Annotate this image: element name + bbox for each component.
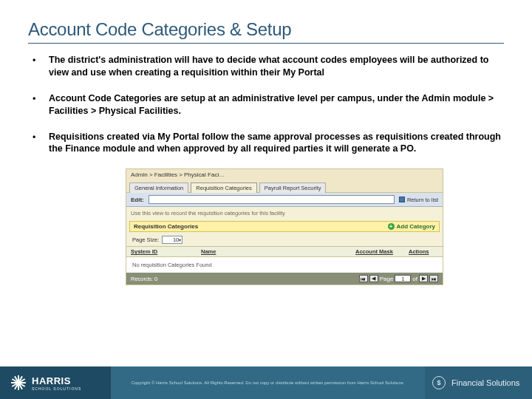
title-rule: [28, 43, 504, 44]
table-empty-row: No requisition Categories Found: [126, 257, 443, 273]
footer-copyright: Copyright © Harris School Solutions. All…: [111, 366, 425, 399]
category-header-label: Requisition Categories: [134, 223, 198, 230]
slide-title: Account Code Categories & Setup: [0, 0, 532, 43]
page-size-row: Page Size: 10: [126, 233, 443, 246]
page-size-select[interactable]: 10: [162, 236, 183, 244]
hint-text: Use this view to record the requisition …: [126, 207, 443, 219]
footer-logo-block: HARRIS SCHOOL SOLUTIONS: [0, 366, 111, 399]
records-count: Records: 0: [131, 276, 356, 282]
tab-requisition-categories[interactable]: Requisition Categories: [191, 183, 256, 193]
return-icon: [399, 197, 405, 202]
app-panel: Admin > Facilities > Physical Faci… Gene…: [126, 168, 443, 285]
edit-label: Edit:: [131, 197, 144, 203]
bullet-item: • Account Code Categories are setup at a…: [33, 92, 507, 117]
pager-next-button[interactable]: ▶: [419, 275, 428, 282]
return-to-list-link[interactable]: Return to list: [399, 197, 438, 203]
tab-general-information[interactable]: General Information: [129, 183, 188, 193]
pager-page-label: Page: [380, 276, 394, 282]
tab-payroll-report-security[interactable]: Payroll Report Security: [259, 183, 327, 193]
footer-logo-text-wrap: HARRIS SCHOOL SOLUTIONS: [32, 375, 81, 391]
table-header: System ID Name Account Mask Actions: [126, 246, 443, 257]
col-actions: Actions: [409, 248, 438, 255]
category-header-bar: Requisition Categories + Add Category: [129, 221, 440, 232]
page-size-label: Page Size:: [132, 236, 159, 243]
slide-root: Account Code Categories & Setup • The di…: [0, 0, 532, 399]
pager-prev-button[interactable]: ◀: [369, 275, 378, 282]
pager-last-button[interactable]: ⏭: [429, 275, 438, 282]
footer-brand: HARRIS: [32, 375, 81, 386]
col-account-mask[interactable]: Account Mask: [355, 248, 409, 255]
footer-product-block: $ Financial Solutions: [425, 366, 532, 399]
bullet-list: • The district's administration will hav…: [0, 54, 532, 168]
pager: ⏮ ◀ Page 1 of ▶ ⏭: [359, 275, 438, 282]
edit-input[interactable]: [149, 195, 395, 204]
plus-icon: +: [388, 223, 395, 230]
bullet-dot: •: [33, 92, 49, 106]
bullet-item: • The district's administration will hav…: [33, 54, 507, 79]
pager-of-label: of: [412, 276, 417, 282]
harris-burst-icon: [10, 375, 27, 391]
return-label: Return to list: [407, 197, 438, 203]
bullet-item: • Requisitions created via My Portal fol…: [33, 131, 507, 156]
add-category-label: Add Category: [397, 223, 435, 230]
col-system-id[interactable]: System ID: [131, 248, 201, 255]
dollar-coin-icon: $: [432, 376, 446, 389]
table-footer: Records: 0 ⏮ ◀ Page 1 of ▶ ⏭: [126, 273, 443, 284]
footer-product-label: Financial Solutions: [451, 378, 519, 387]
col-name[interactable]: Name: [201, 248, 355, 255]
embedded-screenshot: Admin > Facilities > Physical Faci… Gene…: [0, 168, 532, 285]
bullet-dot: •: [33, 54, 49, 67]
bullet-text: Requisitions created via My Portal follo…: [49, 131, 507, 156]
add-category-button[interactable]: + Add Category: [388, 223, 435, 230]
bullet-text: The district's administration will have …: [49, 54, 507, 79]
bullet-text: Account Code Categories are setup at an …: [49, 92, 507, 117]
tab-bar: General Information Requisition Categori…: [126, 180, 443, 193]
slide-footer: HARRIS SCHOOL SOLUTIONS Copyright © Harr…: [0, 366, 532, 399]
pager-page-select[interactable]: 1: [395, 275, 411, 282]
tab-pane: Edit: Return to list Use this view to re…: [126, 193, 443, 285]
edit-bar: Edit: Return to list: [126, 193, 443, 207]
breadcrumb: Admin > Facilities > Physical Faci…: [126, 168, 443, 180]
footer-brand-sub: SCHOOL SOLUTIONS: [32, 386, 81, 391]
bullet-dot: •: [33, 131, 49, 144]
pager-first-button[interactable]: ⏮: [359, 275, 368, 282]
